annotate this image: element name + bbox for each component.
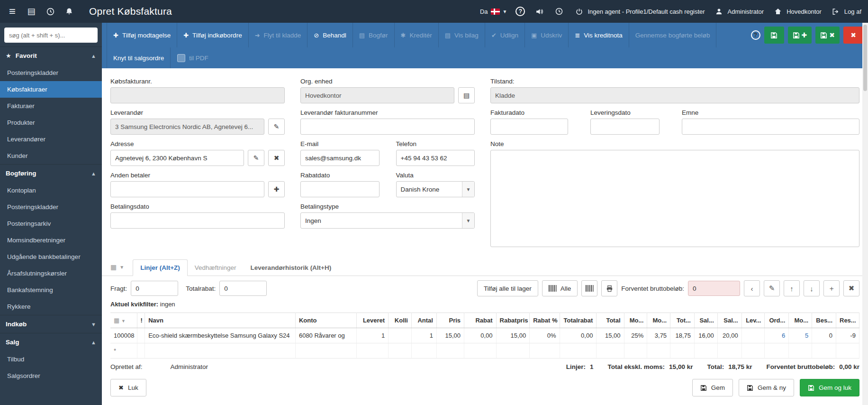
sidebar-item-kontoplan[interactable]: Kontoplan [0,182,102,199]
cell-moms[interactable]: 3,75 [647,328,670,343]
grid-header-moms[interactable]: Mo... [647,313,670,328]
grid-header-moms-pct[interactable]: Mo... [624,313,647,328]
grid-header-konto[interactable]: Konto [295,313,356,328]
grid-header-total[interactable]: Total [597,313,624,328]
totalrabat-input[interactable] [219,281,267,296]
grid-menu-icon[interactable]: ▦▼ [110,263,124,271]
save-and-close-button-bottom[interactable]: Gem og luk [800,379,859,396]
close-button[interactable]: ✖Luk [110,379,146,396]
cell-total[interactable]: 15,00 [597,328,624,343]
cell-salg-1[interactable]: 16,00 [694,328,717,343]
clear-adresse-button[interactable]: ✖ [268,150,285,166]
grid-header-leveret[interactable]: Leveret [356,313,388,328]
move-line-up-button[interactable]: ↑ [784,280,800,296]
grid-header-menu[interactable]: ▦ ▼ [110,313,137,328]
sidebar-item-posteringskladder-2[interactable]: Posteringskladder [0,199,102,215]
help-icon[interactable]: ? [515,7,525,16]
forventet-bruttobeloeb-input[interactable] [688,281,740,296]
adresse-input[interactable] [110,150,244,166]
toolbar-button-knyt-til-salgsordre[interactable]: Knyt til salgsordre [107,47,171,68]
anden-betaler-input[interactable] [110,181,264,197]
telefon-input[interactable] [396,150,475,166]
emne-input[interactable] [682,119,859,135]
grid-header-lev[interactable]: Lev... [741,313,765,328]
leveringsdato-input[interactable] [590,119,660,135]
grid-header-total-inkl[interactable]: Tot... [670,313,695,328]
cell-leveret[interactable]: 1 [356,328,388,343]
sidebar-item-udgaaende-bankbetalinger[interactable]: Udgående bankbetalinger [0,249,102,265]
fakturadato-input[interactable] [490,119,568,135]
language-selector[interactable]: Da ▼ [480,8,507,15]
sidebar-item-produkter[interactable]: Produkter [0,114,102,131]
grid-header-kolli[interactable]: Kolli [389,313,412,328]
save-button-bottom[interactable]: Gem [692,379,733,396]
lev-fakturanummer-input[interactable] [300,119,475,135]
cell-antal[interactable]: 1 [411,328,436,343]
sidebar-item-salgsordrer[interactable]: Salgsordrer [0,368,102,384]
cell-salg-2[interactable]: 20,00 [717,328,741,343]
print-lines-button[interactable] [601,280,617,296]
grid-header-bes[interactable]: Bes... [812,313,836,328]
cell-totalrabat[interactable]: 0,00 [560,328,597,343]
user-menu[interactable]: Administrator [714,6,764,17]
cell-pris[interactable]: 15,00 [436,328,464,343]
grid-header-rabat-pct[interactable]: Rabat % [530,313,560,328]
grid-header-navn[interactable]: Navn [145,313,296,328]
documents-icon[interactable]: ▤ [26,6,37,17]
grid-header-salg-2[interactable]: Sal... [717,313,741,328]
grid-header-mo[interactable]: Mo... [789,313,812,328]
delete-line-button[interactable]: ✖ [843,280,859,296]
speaker-icon[interactable] [533,6,545,17]
sidebar-item-posteringskladder[interactable]: Posteringskladder [0,64,102,81]
add-line-button[interactable]: ＋ [823,280,840,296]
hamburger-icon[interactable]: ≡ [7,6,18,17]
save-button[interactable] [764,27,784,44]
toolbar-button-vis-kreditnota[interactable]: ≣Vis kreditnota [569,23,629,47]
betalingstype-select[interactable]: Ingen ▼ [300,212,475,229]
sidebar-section-bogfoering[interactable]: Bogføring ▲ [0,164,102,182]
note-textarea[interactable] [490,150,859,247]
scrollbar-thumb[interactable] [863,25,867,91]
org-enhed-lookup-button[interactable]: ▤ [458,87,475,103]
cell-rabat[interactable]: 0,00 [464,328,496,343]
add-betaler-button[interactable]: ✚ [268,181,285,197]
location-menu[interactable]: Hovedkontor [772,6,822,17]
sidebar-section-indkoeb[interactable]: Indkøb ▼ [0,315,102,333]
toolbar-button-behandl[interactable]: ⊘Behandl [307,23,353,47]
cell-moms-pct[interactable]: 25% [624,328,647,343]
page-scrollbar[interactable] [862,23,868,405]
cell-ordre-link[interactable]: 6 [765,328,789,343]
edit-leverandoer-button[interactable]: ✎ [268,119,285,135]
sidebar-item-momsindberetninger[interactable]: Momsindberetninger [0,232,102,249]
sidebar-item-rykkere[interactable]: Rykkere [0,298,102,315]
cell-warning[interactable] [137,328,145,343]
close-window-button[interactable]: ✖ [843,27,863,44]
toolbar-button-tilfoej-indkoebordre[interactable]: ✚Tilføj indkøbordre [177,23,248,47]
add-all-to-stock-button[interactable]: Tilføj alle til lager [477,280,538,296]
sidebar-item-leverandoerer[interactable]: Leverandører [0,131,102,147]
cell-konto[interactable]: 6080 Råvarer og [295,328,356,343]
cell-kolli[interactable] [389,328,412,343]
tab-linjer[interactable]: Linjer (Alt+Z) [133,259,188,276]
grid-header-pris[interactable]: Pris [436,313,464,328]
edit-line-button[interactable]: ✎ [764,280,780,296]
fragt-input[interactable] [131,281,178,296]
grid-header-warning[interactable]: ! [137,313,145,328]
sidebar-item-bankafstemning[interactable]: Bankafstemning [0,282,102,298]
save-and-new-button-bottom[interactable]: Gem & ny [739,379,794,396]
cell-id[interactable]: 100008 [110,328,137,343]
toolbar-button-tilfoej-modtagelse[interactable]: ✚Tilføj modtagelse [107,23,177,47]
move-line-down-button[interactable]: ↓ [804,280,820,296]
tab-vedhaeftninger[interactable]: Vedhæftninger [188,260,244,276]
toolbar-help-icon[interactable]: ? [751,30,760,40]
cell-navn[interactable]: Eco-shield skærmbeskyttelse Samsung Gala… [145,328,296,343]
new-row-marker[interactable]: * [110,343,137,359]
clock-icon[interactable] [45,6,56,17]
history-clock-icon[interactable] [553,6,565,17]
sidebar-item-kunder[interactable]: Kunder [0,147,102,164]
search-input[interactable] [4,28,98,43]
grid-header-rabatpris[interactable]: Rabatpris [496,313,530,328]
grid-header-totalrabat[interactable]: Totalrabat [560,313,597,328]
agent-status[interactable]: Ingen agent - Profile1/Default cash regi… [573,6,705,17]
sidebar-item-aarsafslutningskoersler[interactable]: Årsafslutningskørsler [0,265,102,282]
